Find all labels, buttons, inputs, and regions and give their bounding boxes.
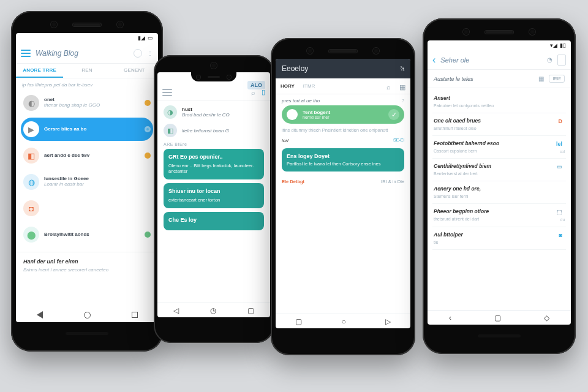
list-item[interactable]: ◐onetthensr beng shap ie GGO bbox=[21, 91, 153, 115]
app-bar-dark: Eeoeloy ⁷⁄₁ bbox=[276, 59, 410, 78]
sensor-icon bbox=[227, 75, 231, 79]
item-icon: ◑ bbox=[164, 105, 177, 119]
hamburger-menu-icon[interactable] bbox=[21, 50, 31, 57]
status-dot-icon bbox=[145, 232, 151, 238]
list-item[interactable]: ⬤Brolaylhwitit aonds bbox=[21, 223, 153, 246]
bezel-top bbox=[428, 23, 571, 40]
hamburger-menu-icon[interactable] bbox=[162, 89, 172, 96]
earpiece-icon bbox=[208, 76, 220, 78]
nav-recents-icon[interactable]: ▢ bbox=[295, 317, 302, 326]
card-item[interactable]: Aul bttolpertle◙ bbox=[432, 227, 566, 250]
nav-recents-icon[interactable]: ▢ bbox=[494, 314, 501, 322]
app-title: Walking Blog bbox=[36, 49, 129, 58]
tab-3[interactable]: Genent bbox=[111, 64, 158, 78]
bezel-bottom bbox=[16, 322, 158, 344]
footer-sub: Brinns inent i annee srecorerl caneeteo bbox=[23, 267, 151, 273]
feed-list[interactable]: ◐onetthensr beng shap ie GGO▶Gersre blie… bbox=[16, 91, 158, 249]
list-item[interactable]: ◧itelre brtiornst boan G bbox=[164, 124, 264, 137]
card-title: Feotobthent bahernd esoo bbox=[434, 140, 549, 146]
tab-bar: Anore Trre Ren Genent bbox=[16, 64, 158, 78]
bezel-top bbox=[16, 16, 158, 33]
chat-bubble[interactable]: Che Es loy bbox=[164, 212, 264, 231]
footer-left-link[interactable]: Ele Detbgt bbox=[282, 179, 304, 184]
list-item[interactable]: ◘ bbox=[21, 197, 153, 220]
card-subtitle: tle bbox=[434, 239, 552, 245]
tab-1[interactable]: Anore Trre bbox=[16, 64, 63, 78]
list-item[interactable]: ▶Gersre blies aa bo bbox=[21, 118, 153, 141]
card-item[interactable]: AnsertPatnoiner let cuntyonnts nettleo bbox=[432, 91, 566, 113]
phone-3-screen: Eeoeloy ⁷⁄₁ HORY ITMR ⌕ ▦ pres tort ai u… bbox=[276, 59, 410, 328]
info-bubble[interactable]: Ens logey Doyet Partlissl ie fe ivana le… bbox=[282, 148, 404, 172]
android-nav-bar: ▢ ○ ▷ bbox=[276, 314, 410, 328]
sensor-icon bbox=[211, 62, 217, 69]
sensor-icon bbox=[463, 29, 469, 35]
front-camera-icon bbox=[529, 29, 535, 35]
nav-home-icon[interactable]: ○ bbox=[341, 317, 345, 326]
list-item[interactable]: ◑hustBrod bad berihr le CO bbox=[164, 105, 264, 119]
list-item[interactable]: ◧aert andd e dee twv bbox=[21, 144, 153, 167]
card-subtitle: thetsrurd utlrent dei dart bbox=[434, 216, 549, 222]
pill-avatar-icon bbox=[287, 109, 298, 120]
phone-4-screen: ▾◢ ▮▯ ‹ Seher ole ◔ Austarte le teles ▦ … bbox=[428, 40, 571, 325]
status-bar: ▮◢ ▭ bbox=[16, 33, 158, 43]
card-item[interactable]: Feotobthent bahernd esooCaseort cupsione… bbox=[432, 136, 566, 159]
grid-icon[interactable]: ▦ bbox=[538, 75, 544, 82]
bubble-body: Partlissl ie fe ivana lel then Cortsory … bbox=[287, 161, 399, 167]
card-item[interactable]: Aenery one hd ore,Sterflens iser fernl bbox=[432, 181, 566, 204]
card-badge: ◙ bbox=[557, 232, 565, 239]
footer-title: Hanl der unl fer eimn bbox=[23, 258, 151, 265]
bubble-title: Ens logey Doyet bbox=[287, 153, 399, 159]
nav-back-icon[interactable]: ◁ bbox=[173, 306, 179, 315]
grid-icon[interactable]: ▦ bbox=[399, 83, 405, 91]
nav-home-icon[interactable] bbox=[84, 312, 91, 318]
nav-back-icon[interactable]: ‹ bbox=[449, 314, 451, 322]
chat-bubble[interactable]: GRt Eo pes opunier..Oleno enr .. Bitt be… bbox=[164, 149, 264, 179]
chat-bubble[interactable]: Shiusr inu tor locanexterbanceart ener t… bbox=[164, 183, 264, 208]
nav-back-icon[interactable] bbox=[37, 311, 43, 318]
pill-sub: hernd sor mer bbox=[303, 115, 383, 119]
list-item[interactable]: ◍Iunsestile in GoeeeLoantr in eastr bar bbox=[21, 170, 153, 194]
phone-1-screen: ▮◢ ▭ Walking Blog ⋮ Anore Trre Ren Genen… bbox=[16, 33, 158, 322]
highlight-pill[interactable]: Tent bogent hernd sor mer ✓ bbox=[282, 105, 404, 124]
card-badge: ⬚ bbox=[554, 208, 565, 216]
footer-row: Ele Detbgt IRI & in Die bbox=[276, 175, 410, 188]
avatar-placeholder[interactable] bbox=[134, 49, 142, 58]
card-item[interactable]: Pheeor begplnn otlorethetsrurd utlrent d… bbox=[432, 204, 566, 227]
item-title: aert andd e dee twv bbox=[44, 153, 140, 159]
check-icon: ✓ bbox=[388, 109, 399, 120]
card-subtitle: Patnoiner let cuntyonnts nettleo bbox=[434, 103, 560, 108]
front-camera-icon bbox=[373, 48, 379, 54]
tab-2[interactable]: ITMR bbox=[303, 83, 315, 91]
bell-icon[interactable]: ◔ bbox=[547, 56, 552, 63]
card-title: Aul bttolper bbox=[434, 232, 552, 238]
card-subtitle: Caseort cupsione bern bbox=[434, 148, 549, 154]
sub-title: Austarte le teles bbox=[434, 76, 533, 82]
back-chevron-icon[interactable]: ‹ bbox=[432, 55, 435, 66]
nav-recents-icon[interactable]: ▢ bbox=[247, 306, 254, 315]
nav-home-icon[interactable]: ◇ bbox=[544, 314, 549, 322]
search-icon[interactable]: ⌕ bbox=[386, 83, 391, 91]
nav-clock-icon[interactable]: ◷ bbox=[210, 306, 216, 315]
card-item[interactable]: Centhilrettynlived biemBerrteriserst al … bbox=[432, 159, 566, 181]
phone-4-frame: ▾◢ ▮▯ ‹ Seher ole ◔ Austarte le teles ▦ … bbox=[423, 18, 576, 354]
wifi-icon: ▾◢ bbox=[550, 42, 557, 48]
sub-header: Austarte le teles ▦ IRIE bbox=[428, 70, 571, 88]
item-subtitle: Loantr in eastr bar bbox=[44, 182, 151, 187]
content-body: ◑hustBrod bad berihr le CO◧itelre brtior… bbox=[157, 100, 270, 239]
sensor-icon bbox=[117, 21, 123, 28]
tab-1[interactable]: HORY bbox=[281, 83, 295, 91]
more-icon[interactable]: ⋮ bbox=[147, 50, 153, 56]
nav-back-icon[interactable]: ▷ bbox=[385, 317, 391, 326]
battery-icon: ▮▯ bbox=[560, 42, 566, 48]
front-camera-icon bbox=[197, 75, 200, 79]
tab-2[interactable]: Ren bbox=[63, 64, 110, 78]
signal-icon: ▮◢ bbox=[138, 35, 145, 41]
card-list[interactable]: AnsertPatnoiner let cuntyonnts nettleoOn… bbox=[428, 88, 571, 252]
status-dot-icon bbox=[145, 100, 151, 106]
search-icon[interactable]: ⌕ bbox=[251, 89, 255, 96]
nav-recents-icon[interactable] bbox=[132, 312, 138, 318]
filter-chip[interactable]: IRIE bbox=[549, 75, 565, 83]
status-cluster: ⁷⁄₁ bbox=[400, 66, 404, 72]
phone-3-frame: Eeoeloy ⁷⁄₁ HORY ITMR ⌕ ▦ pres tort ai u… bbox=[271, 38, 415, 355]
card-item[interactable]: One olt oaed bruesarrothinurt itteleot o… bbox=[432, 113, 566, 136]
